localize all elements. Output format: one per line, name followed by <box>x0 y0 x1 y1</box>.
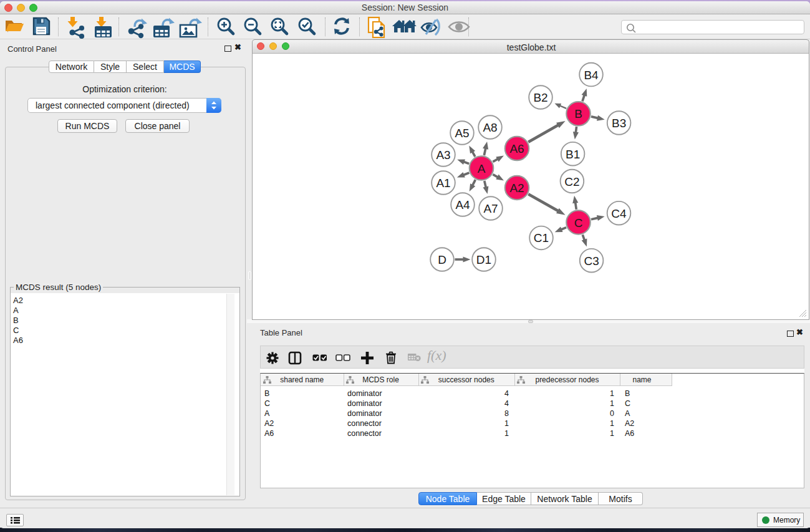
svg-text:A4: A4 <box>455 198 470 211</box>
svg-text:A3: A3 <box>436 148 450 162</box>
svg-text:C2: C2 <box>564 175 579 188</box>
svg-text:B1: B1 <box>566 148 580 161</box>
svg-text:D: D <box>438 253 446 266</box>
svg-text:A6: A6 <box>509 142 524 155</box>
svg-text:A5: A5 <box>455 127 469 140</box>
svg-text:C4: C4 <box>611 207 627 220</box>
svg-text:B3: B3 <box>612 117 626 130</box>
svg-text:A2: A2 <box>509 181 524 195</box>
svg-text:A7: A7 <box>483 202 498 215</box>
svg-text:D1: D1 <box>476 253 491 266</box>
svg-text:A1: A1 <box>436 177 450 190</box>
svg-text:C: C <box>574 216 583 230</box>
svg-text:B: B <box>574 107 582 120</box>
svg-text:C1: C1 <box>534 231 549 244</box>
svg-text:B2: B2 <box>533 91 547 104</box>
svg-text:A8: A8 <box>483 121 497 134</box>
svg-text:B4: B4 <box>584 69 599 82</box>
svg-text:C3: C3 <box>584 254 599 268</box>
svg-text:A: A <box>478 162 486 175</box>
